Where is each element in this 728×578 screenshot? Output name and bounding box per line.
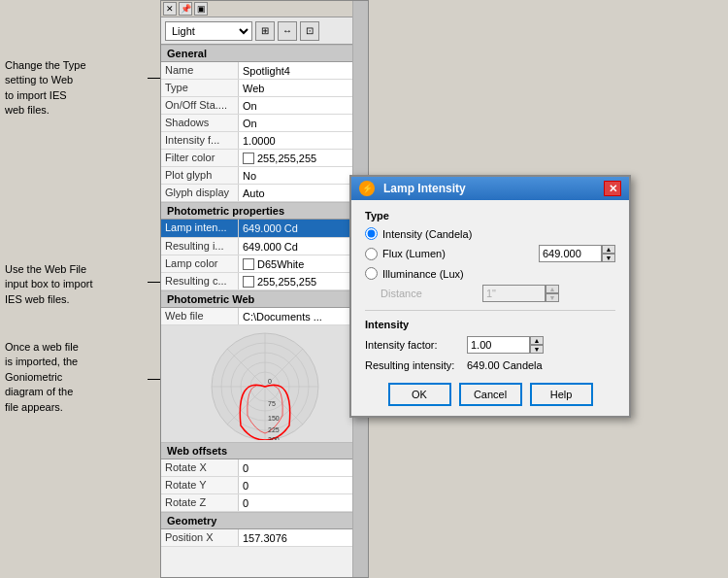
prop-type: Type Web [161, 80, 368, 97]
resulting-intensity-value: 649.00 Candela [467, 359, 543, 371]
distance-input [482, 285, 546, 302]
expand-icon[interactable]: ▣ [194, 2, 208, 16]
ok-button[interactable]: OK [388, 383, 451, 406]
section-geometry[interactable]: Geometry ▲ [161, 512, 368, 529]
radio-intensity-label: Intensity (Candela) [382, 228, 615, 240]
toolbar-btn-2[interactable]: ↔ [278, 21, 297, 41]
properties-panel: ✕ 📌 ▣ Light ⊞ ↔ ⊡ General ▲ Name Spotlig… [160, 0, 369, 578]
prop-shadows: Shadows On [161, 115, 368, 132]
cancel-button[interactable]: Cancel [459, 383, 522, 406]
prop-rotate-z: Rotate Z 0 [161, 494, 368, 512]
prop-filter-color: Filter color 255,255,255 [161, 150, 368, 167]
distance-row: Distance ▲ ▼ [381, 285, 615, 302]
intensity-factor-spin-arrows: ▲ ▼ [530, 336, 544, 354]
section-web-offsets[interactable]: Web offsets ▲ [161, 442, 368, 459]
prop-lamp-color: Lamp color D65White [161, 255, 368, 273]
panel-toolbar: Light ⊞ ↔ ⊡ [161, 17, 368, 45]
radio-row-intensity: Intensity (Candela) [365, 227, 615, 240]
prop-lamp-intensity: Lamp inten... 649.000 Cd ⊞ [161, 220, 368, 238]
flux-input-group: ▲ ▼ [539, 245, 615, 262]
help-button[interactable]: Help [530, 383, 593, 406]
type-section-label: Type [365, 210, 615, 221]
panel-top-controls: ✕ 📌 ▣ [161, 1, 368, 17]
svg-text:75: 75 [268, 400, 276, 407]
toolbar-btn-1[interactable]: ⊞ [255, 21, 275, 41]
distance-label: Distance [381, 288, 478, 299]
section-photometric-web[interactable]: Photometric Web ▲ [161, 290, 368, 308]
radio-row-illuminance: Illuminance (Lux) [365, 267, 615, 280]
dialog-body: Type Intensity (Candela) Flux (Lumen) ▲ … [351, 200, 629, 416]
prop-web-file: Web file C:\Documents ... [161, 308, 368, 325]
dialog-title-text: Lamp Intensity [383, 182, 466, 195]
toolbar-btn-3[interactable]: ⊡ [300, 21, 319, 41]
prop-position-x: Position X 157.3076 [161, 529, 368, 547]
annotation-webfile: Use the Web File input box to import IES… [5, 262, 155, 307]
intensity-section-label: Intensity [365, 319, 615, 330]
svg-text:300: 300 [268, 436, 280, 440]
prop-resulting-intensity: Resulting i... 649.000 Cd [161, 238, 368, 255]
distance-spin-up: ▲ [546, 285, 559, 293]
radio-row-flux: Flux (Lumen) ▲ ▼ [365, 245, 615, 262]
distance-input-group: ▲ ▼ [482, 285, 559, 302]
flux-spin-down[interactable]: ▼ [602, 254, 615, 262]
distance-spin-arrows: ▲ ▼ [546, 285, 559, 302]
intensity-factor-input[interactable] [467, 336, 530, 354]
dialog-title-icon: ⚡ [359, 181, 375, 196]
gonio-svg: 0 75 150 225 300 [187, 328, 343, 440]
svg-text:150: 150 [268, 415, 280, 422]
light-type-dropdown[interactable]: Light [165, 21, 252, 41]
intensity-factor-label: Intensity factor: [365, 339, 462, 351]
distance-spin-down: ▼ [546, 293, 559, 302]
intensity-factor-row: Intensity factor: ▲ ▼ [365, 336, 615, 354]
flux-spin-arrows: ▲ ▼ [602, 245, 615, 262]
goniometric-diagram: 0 75 150 225 300 [161, 325, 368, 442]
radio-flux-label: Flux (Lumen) [382, 248, 534, 259]
resulting-intensity-row: Resulting intensity: 649.00 Candela [365, 359, 615, 371]
prop-glyph-display: Glyph display Auto [161, 185, 368, 202]
panel-content: General ▲ Name Spotlight4 Type Web On/Of… [161, 45, 368, 577]
resulting-color-swatch [243, 276, 254, 288]
radio-illuminance-label: Illuminance (Lux) [382, 268, 615, 280]
svg-text:225: 225 [268, 426, 280, 433]
dialog-titlebar: ⚡ Lamp Intensity ✕ [351, 177, 629, 200]
intensity-factor-input-group: ▲ ▼ [467, 336, 544, 354]
prop-plot-glyph: Plot glyph No [161, 167, 368, 185]
prop-rotate-x: Rotate X 0 [161, 459, 368, 477]
intensity-factor-spin-down[interactable]: ▼ [530, 345, 544, 354]
dialog-close-button[interactable]: ✕ [604, 181, 621, 196]
prop-intensity-factor: Intensity f... 1.0000 [161, 132, 368, 150]
intensity-factor-spin-up[interactable]: ▲ [530, 336, 544, 345]
svg-text:0: 0 [268, 378, 272, 385]
lamp-color-swatch [243, 258, 254, 270]
prop-rotate-y: Rotate Y 0 [161, 477, 368, 494]
dialog-divider [365, 310, 615, 311]
lamp-intensity-dialog: ⚡ Lamp Intensity ✕ Type Intensity (Cande… [349, 175, 631, 418]
annotation-gonio: Once a web file is imported, the Goniome… [5, 340, 155, 415]
close-icon[interactable]: ✕ [163, 2, 177, 16]
prop-name: Name Spotlight4 [161, 62, 368, 80]
flux-spin-up[interactable]: ▲ [602, 245, 615, 254]
prop-onoff: On/Off Sta.... On [161, 97, 368, 115]
resulting-intensity-label: Resulting intensity: [365, 359, 462, 371]
dialog-buttons: OK Cancel Help [365, 383, 615, 406]
section-general[interactable]: General ▲ [161, 45, 368, 62]
annotation-type: Change the Type setting to Web to import… [5, 58, 150, 119]
flux-value-input[interactable] [539, 245, 602, 262]
radio-flux[interactable] [365, 248, 378, 260]
pin-icon[interactable]: 📌 [179, 2, 192, 16]
filter-color-swatch [243, 153, 254, 164]
section-photometric[interactable]: Photometric properties ▲ [161, 202, 368, 220]
radio-illuminance[interactable] [365, 267, 378, 280]
radio-intensity[interactable] [365, 227, 378, 240]
prop-resulting-color: Resulting c... 255,255,255 [161, 273, 368, 290]
